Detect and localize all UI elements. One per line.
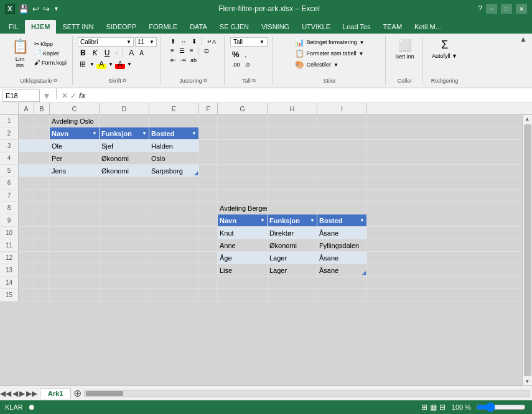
sheet-nav-first[interactable]: ◀◀ bbox=[0, 389, 11, 398]
conditional-format-btn[interactable]: 📊 Betinget formatering ▼ bbox=[293, 37, 366, 47]
cell-d12[interactable] bbox=[100, 252, 149, 264]
font-name-selector[interactable]: Calibri▼ bbox=[78, 37, 134, 47]
cell-b14[interactable] bbox=[34, 277, 50, 288]
filter-arrow-funksjon2[interactable]: ▼ bbox=[310, 218, 315, 223]
cell-d8[interactable] bbox=[100, 202, 149, 214]
scroll-down-btn[interactable]: ▼ bbox=[524, 377, 531, 385]
align-middle-btn[interactable]: ↔ bbox=[179, 37, 189, 45]
cell-g6[interactable] bbox=[218, 177, 268, 189]
cell-a11[interactable] bbox=[19, 239, 34, 251]
cell-g13[interactable]: Lise bbox=[218, 264, 268, 276]
cell-c1[interactable]: Avdeling Oslo bbox=[50, 115, 100, 127]
cell-i10[interactable]: Åsane bbox=[317, 227, 367, 239]
increase-font-btn[interactable]: A bbox=[127, 48, 136, 58]
number-expand-icon[interactable]: ⧉ bbox=[252, 78, 256, 84]
cell-h10[interactable]: Direktør bbox=[268, 227, 317, 239]
col-header-e[interactable]: E bbox=[149, 103, 199, 114]
cell-b10[interactable] bbox=[34, 227, 50, 239]
cell-i11[interactable]: Fyllingsdalen bbox=[317, 239, 367, 251]
tab-load-tes[interactable]: Load Tes bbox=[337, 20, 376, 34]
cancel-formula-btn[interactable]: ✕ bbox=[62, 91, 68, 100]
cell-a14[interactable] bbox=[19, 277, 34, 288]
cell-e9[interactable] bbox=[149, 214, 199, 226]
cell-h4[interactable] bbox=[268, 152, 317, 164]
cell-d14[interactable] bbox=[100, 277, 149, 288]
cell-c5[interactable]: Jens bbox=[50, 165, 100, 177]
cell-e1[interactable] bbox=[149, 115, 199, 127]
scroll-thumb-v[interactable] bbox=[524, 124, 531, 376]
tab-sett-inn[interactable]: SETT INN bbox=[56, 20, 100, 34]
cell-h11[interactable]: Økonomi bbox=[268, 239, 317, 251]
page-break-btn[interactable]: ⊟ bbox=[439, 403, 446, 412]
close-btn[interactable]: ✕ bbox=[516, 4, 527, 14]
cell-styles-btn[interactable]: 🎨 Cellestiler ▼ bbox=[293, 60, 340, 70]
cell-b5[interactable] bbox=[34, 165, 50, 177]
cell-b3[interactable] bbox=[34, 140, 50, 152]
cells-insert-btn[interactable]: ⬜ Sett inn bbox=[391, 37, 419, 61]
cell-i2[interactable] bbox=[317, 127, 367, 139]
cell-c13[interactable] bbox=[50, 264, 100, 276]
cell-a2[interactable] bbox=[19, 127, 34, 139]
cell-h12[interactable]: Lager bbox=[268, 252, 317, 264]
tab-sideopp[interactable]: SIDEOPP bbox=[100, 20, 142, 34]
align-bottom-btn[interactable]: ⬇ bbox=[190, 37, 198, 45]
macro-record-icon[interactable]: ⏺ bbox=[28, 403, 35, 412]
editing-autofill-btn[interactable]: Σ Autofyll ▼ bbox=[429, 37, 460, 60]
cell-f7[interactable] bbox=[199, 190, 218, 201]
cell-g14[interactable] bbox=[218, 277, 268, 288]
cell-f13[interactable] bbox=[199, 264, 218, 276]
filter-arrow-navn2[interactable]: ▼ bbox=[260, 218, 265, 223]
align-center-btn[interactable]: ☰ bbox=[177, 47, 187, 55]
cell-e10[interactable] bbox=[149, 227, 199, 239]
cell-i14[interactable] bbox=[317, 277, 367, 288]
cell-g9[interactable]: Navn ▼ bbox=[218, 214, 268, 226]
sheet-nav-prev[interactable]: ◀ bbox=[12, 389, 18, 398]
cell-g4[interactable] bbox=[218, 152, 268, 164]
cell-i8[interactable] bbox=[317, 202, 367, 214]
row-num-8[interactable]: 8 bbox=[0, 202, 19, 214]
cell-e12[interactable] bbox=[149, 252, 199, 264]
maximize-btn[interactable]: □ bbox=[501, 4, 512, 14]
thousands-btn[interactable]: , bbox=[243, 50, 249, 58]
cell-g10[interactable]: Knut bbox=[218, 227, 268, 239]
border-btn[interactable]: ⊞ bbox=[78, 59, 88, 69]
undo-icon[interactable]: ↩ bbox=[31, 4, 40, 14]
cell-g12[interactable]: Åge bbox=[218, 252, 268, 264]
qat-more-icon[interactable]: ▼ bbox=[52, 6, 60, 12]
grid-scroll[interactable]: 1 Avdeling Oslo 2 bbox=[0, 115, 522, 385]
decrease-decimal-btn[interactable]: .0 bbox=[243, 61, 252, 68]
tab-se-gjen[interactable]: SE GJEN bbox=[213, 20, 255, 34]
paste-btn[interactable]: 📋 Lim inn bbox=[9, 37, 31, 70]
tab-team[interactable]: TEAM bbox=[376, 20, 408, 34]
row-num-11[interactable]: 11 bbox=[0, 239, 19, 251]
row-num-3[interactable]: 3 bbox=[0, 140, 19, 152]
filter-arrow-bosted1[interactable]: ▼ bbox=[192, 131, 197, 136]
col-header-b[interactable]: B bbox=[34, 103, 50, 114]
cell-e11[interactable] bbox=[149, 239, 199, 251]
cell-a3[interactable] bbox=[19, 140, 34, 152]
cut-btn[interactable]: ✂ Klipp bbox=[32, 40, 68, 48]
cell-i15[interactable] bbox=[317, 289, 367, 301]
cell-h5[interactable] bbox=[268, 165, 317, 177]
cell-g1[interactable] bbox=[218, 115, 268, 127]
tab-ketil[interactable]: Ketil M... bbox=[408, 20, 447, 34]
tab-data[interactable]: DATA bbox=[184, 20, 213, 34]
cell-e8[interactable] bbox=[149, 202, 199, 214]
filter-arrow-navn1[interactable]: ▼ bbox=[92, 131, 97, 136]
cell-b8[interactable] bbox=[34, 202, 50, 214]
number-format-selector[interactable]: Tall ▼ bbox=[230, 37, 268, 47]
cell-h7[interactable] bbox=[268, 190, 317, 201]
cell-c9[interactable] bbox=[50, 214, 100, 226]
cell-i4[interactable] bbox=[317, 152, 367, 164]
normal-view-btn[interactable]: ⊞ bbox=[421, 403, 427, 412]
col-header-g[interactable]: G bbox=[218, 103, 268, 114]
cell-e7[interactable] bbox=[149, 190, 199, 201]
decrease-font-btn[interactable]: A bbox=[138, 49, 146, 57]
cell-c15[interactable] bbox=[50, 289, 100, 301]
cell-a4[interactable] bbox=[19, 152, 34, 164]
tab-visning[interactable]: VISNING bbox=[255, 20, 296, 34]
sheet-nav-next[interactable]: ▶ bbox=[19, 389, 25, 398]
tab-hjem[interactable]: HJEM bbox=[25, 20, 57, 34]
col-header-d[interactable]: D bbox=[100, 103, 149, 114]
cell-i12[interactable]: Åsane bbox=[317, 252, 367, 264]
